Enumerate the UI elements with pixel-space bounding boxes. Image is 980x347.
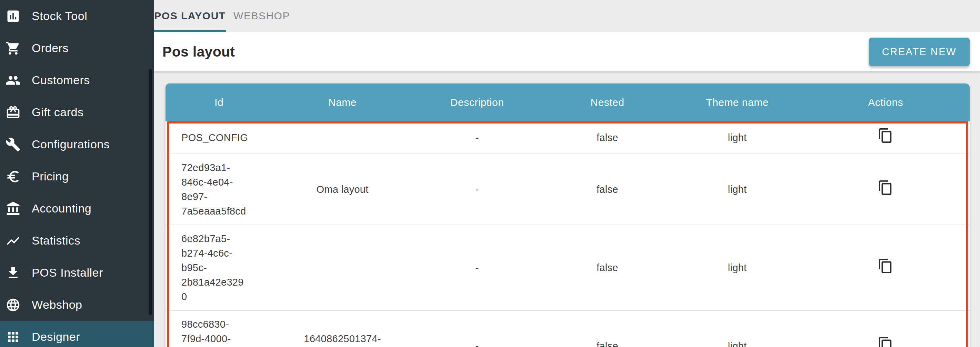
sidebar-item-label: Configurations	[32, 138, 110, 151]
copy-button[interactable]	[878, 336, 893, 347]
table-row[interactable]: 6e82b7a5-b274-4c6c-b95c-2b81a42e3290 - f…	[165, 225, 970, 310]
page-header: Pos layout CREATE NEW	[154, 32, 980, 72]
cell-name	[272, 121, 412, 154]
cell-id: 72ed93a1-846c-4e04-8e97-7a5eaaa5f8cd	[165, 154, 272, 225]
sidebar-item-label: Gift cards	[32, 105, 83, 119]
sidebar-item-pricing[interactable]: Pricing	[0, 161, 154, 193]
create-new-button[interactable]: CREATE NEW	[869, 38, 970, 66]
cell-theme-name: light	[673, 310, 801, 347]
sidebar-item-orders[interactable]: Orders	[0, 32, 154, 64]
tab-webshop[interactable]: WEBSHOP	[226, 0, 298, 32]
sidebar: Stock Tool Orders Customers Gift cards	[0, 0, 154, 347]
column-header-nested: Nested	[542, 83, 673, 121]
sidebar-item-accounting[interactable]: Accounting	[0, 193, 154, 224]
column-header-id: Id	[165, 83, 272, 121]
cell-name	[272, 225, 412, 310]
shopping-cart-icon	[6, 41, 21, 56]
sidebar-scrollbar[interactable]	[149, 69, 152, 315]
content-area: POS LAYOUT WEBSHOP Pos layout CREATE NEW	[154, 0, 980, 347]
cell-id: 6e82b7a5-b274-4c6c-b95c-2b81a42e3290	[165, 225, 272, 310]
download-icon	[6, 265, 21, 280]
cell-description: -	[412, 154, 542, 225]
column-header-actions: Actions	[802, 83, 970, 121]
column-header-description: Description	[412, 83, 542, 121]
copy-icon	[878, 127, 893, 143]
pos-layout-table-card: Id Name Description Nested Theme name Ac…	[165, 83, 970, 347]
cell-description: -	[412, 121, 542, 154]
sidebar-item-label: Designer	[32, 330, 80, 344]
cell-nested: false	[542, 121, 673, 154]
sidebar-item-customers[interactable]: Customers	[0, 64, 154, 96]
cell-theme-name: light	[673, 121, 801, 154]
euro-icon	[6, 169, 21, 184]
pos-layout-table: Id Name Description Nested Theme name Ac…	[165, 83, 970, 347]
cell-description: -	[412, 310, 542, 347]
cell-description: -	[412, 225, 542, 310]
tab-bar: POS LAYOUT WEBSHOP	[154, 0, 980, 32]
app-root: Stock Tool Orders Customers Gift cards	[0, 0, 980, 347]
sidebar-item-label: Accounting	[32, 202, 91, 215]
cell-name: 1640862501374-layout	[272, 310, 412, 347]
wrench-icon	[6, 137, 21, 152]
grid-icon	[6, 329, 21, 345]
column-header-name: Name	[272, 83, 412, 121]
sidebar-nav: Stock Tool Orders Customers Gift cards	[0, 0, 154, 347]
cell-theme-name: light	[673, 154, 801, 225]
table-row[interactable]: 72ed93a1-846c-4e04-8e97-7a5eaaa5f8cd Oma…	[165, 154, 970, 225]
sidebar-item-label: POS Installer	[32, 266, 103, 279]
cell-name: Oma layout	[272, 154, 412, 225]
cell-actions	[802, 225, 970, 310]
copy-icon	[878, 258, 893, 274]
cell-nested: false	[542, 310, 673, 347]
copy-icon	[878, 180, 893, 196]
cell-id: POS_CONFIG	[165, 121, 272, 154]
copy-button[interactable]	[878, 180, 893, 196]
cell-theme-name: light	[673, 225, 801, 310]
tab-pos-layout[interactable]: POS LAYOUT	[154, 0, 226, 32]
main-panel: Id Name Description Nested Theme name Ac…	[154, 72, 980, 347]
sidebar-item-gift-cards[interactable]: Gift cards	[0, 96, 154, 128]
sidebar-item-configurations[interactable]: Configurations	[0, 128, 154, 161]
people-icon	[6, 73, 21, 88]
sidebar-item-label: Webshop	[32, 298, 83, 312]
sidebar-item-webshop[interactable]: Webshop	[0, 289, 154, 321]
sidebar-item-label: Orders	[32, 41, 68, 55]
sidebar-item-label: Statistics	[32, 234, 80, 247]
tab-label: POS LAYOUT	[154, 10, 226, 22]
cell-actions	[802, 310, 970, 347]
sidebar-item-label: Pricing	[32, 170, 68, 183]
copy-button[interactable]	[878, 127, 893, 143]
gift-icon	[6, 105, 21, 120]
cell-actions	[802, 154, 970, 225]
sidebar-item-stock-tool[interactable]: Stock Tool	[0, 0, 154, 32]
sidebar-item-pos-installer[interactable]: POS Installer	[0, 256, 154, 289]
table-row[interactable]: 98cc6830-7f9d-4000-b7ff-55d2db6a24fd 164…	[165, 310, 970, 347]
bar-chart-icon	[6, 9, 21, 24]
table-row[interactable]: POS_CONFIG - false light	[165, 121, 970, 154]
tab-label: WEBSHOP	[234, 10, 290, 22]
globe-icon	[6, 297, 21, 312]
line-chart-icon	[6, 233, 21, 248]
bank-icon	[6, 201, 21, 216]
sidebar-item-label: Stock Tool	[32, 9, 87, 23]
page-title: Pos layout	[162, 44, 235, 60]
column-header-theme-name: Theme name	[673, 83, 801, 121]
copy-icon	[878, 336, 893, 347]
sidebar-item-statistics[interactable]: Statistics	[0, 224, 154, 256]
cell-nested: false	[542, 225, 673, 310]
copy-button[interactable]	[878, 258, 893, 274]
table-header: Id Name Description Nested Theme name Ac…	[165, 83, 970, 121]
cell-actions	[802, 121, 970, 154]
sidebar-item-label: Customers	[32, 73, 90, 87]
cell-id: 98cc6830-7f9d-4000-b7ff-55d2db6a24fd	[165, 310, 272, 347]
cell-nested: false	[542, 154, 673, 225]
sidebar-item-designer[interactable]: Designer	[0, 321, 154, 347]
